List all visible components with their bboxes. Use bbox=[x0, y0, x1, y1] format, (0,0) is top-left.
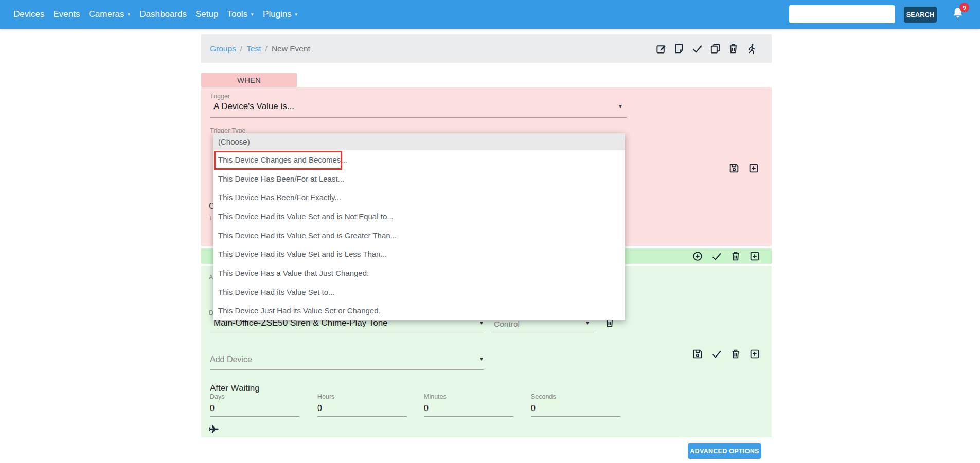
add-icon[interactable] bbox=[749, 348, 760, 360]
search-button[interactable]: SEARCH bbox=[904, 7, 937, 23]
nav-item-devices[interactable]: Devices bbox=[13, 9, 44, 20]
top-navbar: Devices Events Cameras▼ Dashboards Setup… bbox=[0, 0, 980, 29]
wait-days-field: Days 0 bbox=[210, 393, 299, 417]
breadcrumb: Groups / Test / New Event bbox=[210, 34, 310, 63]
menu-item-changes-and-becomes[interactable]: This Device Changes and Becomes... bbox=[213, 150, 625, 169]
trigger-label: Trigger bbox=[210, 93, 230, 100]
control-underline bbox=[491, 333, 594, 333]
add-device-select[interactable]: Add Device bbox=[210, 355, 252, 364]
hours-label: Hours bbox=[317, 393, 407, 400]
chevron-down-icon: ▼ bbox=[127, 12, 131, 17]
minutes-label: Minutes bbox=[424, 393, 513, 400]
wait-minutes-field: Minutes 0 bbox=[424, 393, 513, 417]
menu-item-value-just-changed[interactable]: This Device Has a Value that Just Change… bbox=[213, 263, 625, 282]
breadcrumb-link-test[interactable]: Test bbox=[246, 44, 261, 54]
seconds-label: Seconds bbox=[531, 393, 620, 400]
add-device-underline bbox=[210, 369, 484, 370]
wait-seconds-field: Seconds 0 bbox=[531, 393, 620, 417]
notifications-bell[interactable]: 9 bbox=[951, 6, 971, 24]
device-underline bbox=[210, 333, 484, 333]
hours-input[interactable]: 0 bbox=[317, 404, 407, 413]
menu-item-choose[interactable]: (Choose) bbox=[213, 133, 625, 150]
check-icon[interactable] bbox=[691, 43, 703, 55]
menu-item-set-not-equal[interactable]: This Device Had its Value Set and is Not… bbox=[213, 207, 625, 226]
when-section-label: WHEN bbox=[201, 73, 297, 87]
chevron-down-icon[interactable]: ▼ bbox=[618, 103, 623, 109]
after-waiting-label: After Waiting bbox=[210, 383, 260, 394]
add-icon[interactable] bbox=[748, 163, 759, 174]
add-circle-icon[interactable] bbox=[692, 251, 703, 262]
menu-item-set-greater-than[interactable]: This Device Had its Value Set and is Gre… bbox=[213, 226, 625, 245]
clipped-device-label: D bbox=[209, 309, 213, 316]
trash-icon[interactable] bbox=[727, 43, 739, 55]
nav-menu: Devices Events Cameras▼ Dashboards Setup… bbox=[13, 0, 298, 29]
breadcrumb-separator: / bbox=[265, 44, 268, 54]
edit-icon[interactable] bbox=[655, 43, 667, 55]
check-icon[interactable] bbox=[711, 348, 722, 360]
chevron-down-icon[interactable]: ▼ bbox=[479, 320, 484, 326]
trigger-type-menu: (Choose) This Device Changes and Becomes… bbox=[213, 133, 625, 320]
search-input[interactable] bbox=[789, 5, 895, 23]
breadcrumb-separator: / bbox=[240, 44, 242, 54]
minutes-underline bbox=[424, 416, 513, 417]
nav-item-dashboards[interactable]: Dashboards bbox=[139, 9, 187, 20]
clipped-condition-label: T bbox=[209, 215, 213, 222]
menu-item-set-less-than[interactable]: This Device Had its Value Set and is Les… bbox=[213, 244, 625, 263]
chevron-down-icon: ▼ bbox=[250, 12, 254, 17]
save-icon[interactable] bbox=[728, 163, 740, 174]
seconds-input[interactable]: 0 bbox=[531, 404, 620, 413]
trigger-select[interactable]: A Device's Value is... bbox=[213, 101, 294, 112]
wait-hours-field: Hours 0 bbox=[317, 393, 407, 417]
nav-item-cameras[interactable]: Cameras▼ bbox=[88, 9, 131, 20]
chevron-down-icon[interactable]: ▼ bbox=[479, 356, 484, 362]
nav-item-tools[interactable]: Tools▼ bbox=[227, 9, 254, 20]
save-icon[interactable] bbox=[692, 348, 703, 360]
clipped-action-label: A bbox=[209, 274, 213, 281]
control-select[interactable]: Control bbox=[494, 319, 520, 329]
event-toolbar bbox=[655, 34, 757, 63]
days-underline bbox=[210, 416, 299, 417]
chevron-down-icon: ▼ bbox=[294, 12, 298, 17]
days-input[interactable]: 0 bbox=[210, 404, 299, 413]
menu-item-had-value-set-to[interactable]: This Device Had its Value Set to... bbox=[213, 282, 625, 301]
days-label: Days bbox=[210, 393, 299, 400]
run-event-icon[interactable] bbox=[745, 43, 757, 55]
trash-icon[interactable] bbox=[730, 348, 741, 360]
chevron-down-icon[interactable]: ▼ bbox=[585, 320, 590, 326]
notification-count-badge: 9 bbox=[959, 3, 969, 12]
copy-icon[interactable] bbox=[709, 43, 721, 55]
menu-item-just-set-or-changed[interactable]: This Device Just Had its Value Set or Ch… bbox=[213, 301, 625, 320]
breadcrumb-link-groups[interactable]: Groups bbox=[210, 44, 236, 54]
breadcrumb-current: New Event bbox=[272, 44, 310, 54]
airplane-icon[interactable] bbox=[208, 423, 220, 435]
advanced-options-button[interactable]: ADVANCED OPTIONS bbox=[688, 443, 761, 459]
add-icon[interactable] bbox=[749, 251, 760, 262]
menu-item-has-been-for-at-least[interactable]: This Device Has Been/For at Least... bbox=[213, 169, 625, 188]
minutes-input[interactable]: 0 bbox=[424, 404, 513, 413]
nav-item-plugins[interactable]: Plugins▼ bbox=[263, 9, 298, 20]
note-icon[interactable] bbox=[673, 43, 685, 55]
nav-item-events[interactable]: Events bbox=[53, 9, 80, 20]
menu-item-has-been-for-exactly[interactable]: This Device Has Been/For Exactly... bbox=[213, 188, 625, 207]
seconds-underline bbox=[531, 416, 620, 417]
nav-item-setup[interactable]: Setup bbox=[195, 9, 218, 20]
hours-underline bbox=[317, 416, 407, 417]
trigger-underline bbox=[210, 117, 627, 118]
check-icon[interactable] bbox=[711, 251, 722, 262]
trash-icon[interactable] bbox=[730, 251, 741, 262]
breadcrumb-bar: Groups / Test / New Event bbox=[201, 34, 772, 63]
